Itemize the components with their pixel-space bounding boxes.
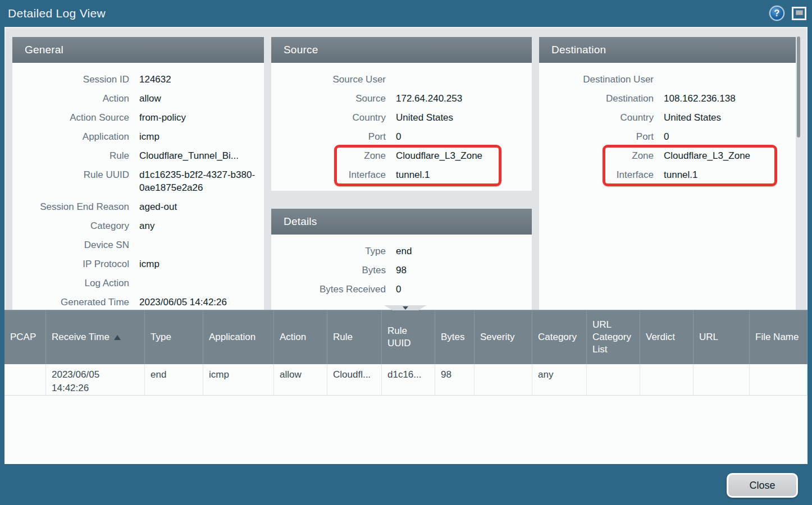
cell-application: icmp xyxy=(203,364,274,396)
field-value: 98 xyxy=(396,264,407,277)
field-label: Application xyxy=(12,130,129,143)
column-header-verdict[interactable]: Verdict xyxy=(640,310,694,364)
column-header-severity[interactable]: Severity xyxy=(475,310,532,364)
field-label: Log Action xyxy=(12,277,129,290)
column-header-label: URL Category List xyxy=(592,319,634,356)
field-value: 0 xyxy=(396,130,401,143)
column-header-rule-uuid[interactable]: Rule UUID xyxy=(382,310,435,364)
column-header-application[interactable]: Application xyxy=(203,310,274,364)
cell-verdict xyxy=(640,364,694,396)
destination-panel: Destination Destination User Destination… xyxy=(539,37,796,310)
field-row-port: Port 0 xyxy=(271,127,532,146)
field-row-session-id: Session ID 124632 xyxy=(12,70,264,89)
field-label: Interface xyxy=(271,168,386,181)
column-header-label: Rule xyxy=(333,331,353,343)
field-label: Destination xyxy=(539,92,654,105)
titlebar-icons: ? xyxy=(769,6,806,21)
column-header-url-category-list[interactable]: URL Category List xyxy=(587,310,640,364)
field-value: 0 xyxy=(664,130,669,143)
field-label: Device SN xyxy=(12,238,129,251)
general-panel-header: General xyxy=(12,37,264,63)
column-header-label: Receive Time xyxy=(52,331,110,343)
column-header-pcap[interactable]: PCAP xyxy=(4,310,46,364)
field-row-zone: Zone Cloudflare_L3_Zone xyxy=(271,146,532,165)
window-restore-icon[interactable] xyxy=(792,7,806,20)
column-header-label: Type xyxy=(150,331,171,343)
field-row-source: Source 172.64.240.253 xyxy=(271,89,532,108)
field-label: Source xyxy=(271,92,386,105)
column-header-file-name[interactable]: File Name xyxy=(750,310,808,364)
field-value: tunnel.1 xyxy=(396,168,430,181)
close-button[interactable]: Close xyxy=(727,473,798,498)
field-value: United States xyxy=(664,111,721,124)
field-row-category: Category any xyxy=(12,216,264,235)
field-value: end xyxy=(396,245,412,258)
log-table-row[interactable]: 2023/06/05 14:42:26 end icmp allow Cloud… xyxy=(4,364,808,396)
field-label: Port xyxy=(271,130,386,143)
column-header-label: File Name xyxy=(755,331,799,343)
column-header-rule[interactable]: Rule xyxy=(327,310,382,364)
cell-rule-uuid: d1c16... xyxy=(382,364,435,396)
column-header-label: Rule UUID xyxy=(387,325,429,350)
field-value: allow xyxy=(139,92,161,105)
column-header-label: Severity xyxy=(480,331,514,343)
field-row-bytes-received: Bytes Received 0 xyxy=(271,279,532,299)
pane-splitter-handle[interactable] xyxy=(384,305,427,310)
field-label: Rule xyxy=(12,149,129,162)
column-header-category[interactable]: Category xyxy=(532,310,587,364)
field-value: 108.162.236.138 xyxy=(664,92,736,105)
field-row-ip-protocol: IP Protocol icmp xyxy=(12,254,264,273)
cell-url xyxy=(694,364,750,396)
dialog-titlebar: Detailed Log View xyxy=(0,0,812,27)
field-label: Generated Time xyxy=(12,296,129,309)
log-table-header-row: PCAP Receive Time Type Application Actio… xyxy=(4,310,808,364)
dialog-title: Detailed Log View xyxy=(8,7,106,20)
field-value: tunnel.1 xyxy=(664,168,698,181)
field-value: 124632 xyxy=(139,73,171,86)
field-label: Action xyxy=(12,92,129,105)
field-label: Bytes xyxy=(271,264,386,277)
window-restore-icon-inner xyxy=(796,10,803,15)
log-table-section: PCAP Receive Time Type Application Actio… xyxy=(4,310,808,464)
column-header-label: Application xyxy=(209,331,256,343)
field-label: Destination User xyxy=(539,73,654,86)
column-header-action[interactable]: Action xyxy=(274,310,327,364)
vertical-scrollbar-thumb[interactable] xyxy=(797,36,800,137)
details-panel-body: Type end Bytes 98 Bytes Received 0 xyxy=(271,235,532,299)
general-panel-body: Session ID 124632 Action allow Action So… xyxy=(12,63,264,310)
field-row-action: Action allow xyxy=(12,89,264,108)
field-row-device-sn: Device SN xyxy=(12,235,264,254)
source-panel-body: Source User Source 172.64.240.253 Countr… xyxy=(271,63,532,184)
field-value: d1c16235-b2f2-4327-b380-0ae1875e2a26 xyxy=(139,168,259,194)
field-label: Port xyxy=(539,130,654,143)
field-label: Session ID xyxy=(12,73,129,86)
field-row-country: Country United States xyxy=(539,108,796,127)
cell-pcap xyxy=(4,364,46,396)
column-header-type[interactable]: Type xyxy=(145,310,203,364)
column-header-receive-time[interactable]: Receive Time xyxy=(46,310,145,364)
general-panel-title: General xyxy=(25,44,63,56)
cell-bytes: 98 xyxy=(435,364,475,396)
field-row-application: Application icmp xyxy=(12,127,264,146)
sort-ascending-icon xyxy=(114,335,121,340)
field-value: 172.64.240.253 xyxy=(396,92,462,105)
cell-receive-time-text: 2023/06/05 14:42:26 xyxy=(52,368,118,395)
log-detail-workspace: General Session ID 124632 Action allow A… xyxy=(4,27,808,310)
cell-category: any xyxy=(532,364,587,396)
cell-severity xyxy=(475,364,532,396)
help-icon[interactable]: ? xyxy=(769,6,784,21)
field-row-port: Port 0 xyxy=(539,127,796,146)
field-row-zone: Zone Cloudflare_L3_Zone xyxy=(539,146,796,165)
source-panel-title: Source xyxy=(284,44,318,56)
field-row-session-end-reason: Session End Reason aged-out xyxy=(12,197,264,216)
detailed-log-view-dialog: General Session ID 124632 Action allow A… xyxy=(4,27,808,464)
field-label: Type xyxy=(271,245,386,258)
field-label: Interface xyxy=(539,168,654,181)
column-header-bytes[interactable]: Bytes xyxy=(435,310,475,364)
field-value: Cloudflare_Tunnel_Bi... xyxy=(139,149,239,162)
column-header-label: Verdict xyxy=(646,331,675,343)
cell-rule: Cloudfl... xyxy=(327,364,382,396)
field-row-type: Type end xyxy=(271,241,532,260)
column-header-url[interactable]: URL xyxy=(694,310,750,364)
field-value: icmp xyxy=(139,130,159,143)
